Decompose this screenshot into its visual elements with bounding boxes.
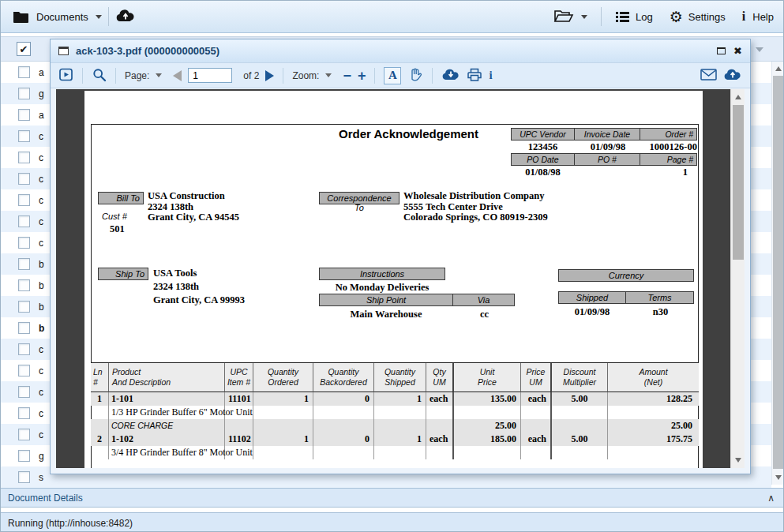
row-checkbox[interactable] <box>18 386 30 398</box>
document-info-button[interactable]: i <box>489 69 492 82</box>
instructions-label: Instructions <box>319 268 445 280</box>
folder-icon <box>12 9 29 24</box>
cust-number-value: 501 <box>110 223 125 235</box>
page-number-input[interactable] <box>188 68 232 83</box>
instructions-value: No Monday Deliveries <box>319 282 445 294</box>
settings-button[interactable]: ⚙ Settings <box>670 9 726 24</box>
row-checkbox[interactable] <box>18 152 30 163</box>
via-label: Via <box>452 294 515 306</box>
window-icon <box>58 47 69 55</box>
row-label: c <box>39 429 43 440</box>
upload-button[interactable] <box>115 9 136 25</box>
window-upload-button[interactable] <box>723 68 742 84</box>
row-checkbox[interactable] <box>18 365 30 377</box>
collapse-chevron-icon[interactable]: ∧ <box>767 493 778 504</box>
row-checkbox[interactable] <box>18 450 30 462</box>
print-button[interactable] <box>467 67 482 84</box>
scroll-down-icon[interactable] <box>775 475 782 480</box>
items-header-cell: Ln# <box>91 363 109 392</box>
row-checkbox[interactable] <box>18 130 30 142</box>
scroll-up-icon[interactable] <box>775 66 782 71</box>
correspondence-address: Wholesale Distribution Company5555 Tech … <box>403 191 548 223</box>
search-icon <box>92 67 107 82</box>
scroll-up-icon[interactable] <box>735 95 741 99</box>
row-checkbox[interactable] <box>18 215 30 227</box>
email-button[interactable] <box>700 69 717 83</box>
row-checkbox[interactable] <box>18 322 30 334</box>
items-description-row: 1/3 HP Grinder Buffer 6" Motor Unit <box>91 406 699 419</box>
open-document-chevron-icon[interactable] <box>581 15 587 19</box>
search-button[interactable] <box>92 67 107 84</box>
help-button[interactable]: i Help <box>742 9 774 24</box>
items-row: 21-10211102101each185.00each5.00175.75 <box>91 433 699 446</box>
row-label: b <box>39 280 44 291</box>
zoom-out-button[interactable]: − <box>343 69 351 83</box>
documents-menu[interactable]: Documents <box>12 9 102 24</box>
row-checkbox[interactable] <box>18 407 30 419</box>
row-checkbox[interactable] <box>18 66 30 78</box>
select-all-checkbox[interactable]: ✔ <box>17 42 31 56</box>
printer-icon <box>467 67 482 82</box>
next-page-button[interactable] <box>265 70 274 81</box>
row-checkbox[interactable] <box>18 471 30 483</box>
currency-label: Currency <box>558 269 694 282</box>
row-label: c <box>39 408 43 419</box>
document-details-bar[interactable]: Document Details ∧ <box>1 488 784 508</box>
envelope-icon <box>700 69 717 81</box>
row-checkbox[interactable] <box>18 237 30 249</box>
row-checkbox[interactable] <box>18 343 30 355</box>
info-header-cell: Order # <box>640 128 697 140</box>
zoom-in-button[interactable]: + <box>358 69 366 83</box>
window-titlebar[interactable]: ack-103-3.pdf (000000000055) ✖ <box>51 39 750 63</box>
zoom-dropdown-icon[interactable] <box>325 73 332 77</box>
toolbar-divider <box>283 68 283 84</box>
info-header-cell: PO # <box>574 153 640 166</box>
row-checkbox[interactable] <box>18 173 30 185</box>
info-header-cell: Invoice Date <box>574 128 640 140</box>
row-checkbox[interactable] <box>18 194 30 206</box>
window-title: ack-103-3.pdf (000000000055) <box>76 45 219 57</box>
row-label: a <box>39 67 44 78</box>
items-description-row: 3/4 HP Grinder Buffer 8" Motor Unit <box>91 446 699 459</box>
row-checkbox[interactable] <box>18 88 30 99</box>
row-checkbox[interactable] <box>18 429 30 440</box>
row-checkbox[interactable] <box>18 301 30 313</box>
page-scrollbar-thumb[interactable] <box>773 76 784 469</box>
items-row: 11-10111101101each135.00each5.00128.25 <box>91 392 699 406</box>
scroll-down-icon[interactable] <box>735 458 741 463</box>
pdf-toolbar: Page: of 2 Zoom: − + A i <box>51 63 750 88</box>
items-header-cell: QtyUM <box>426 363 454 392</box>
page-dropdown-icon[interactable] <box>156 73 162 77</box>
open-document-button[interactable] <box>553 8 574 25</box>
toolbar-divider <box>601 7 602 26</box>
row-label: c <box>39 131 43 142</box>
pan-button[interactable] <box>407 66 423 84</box>
document-title: Order Acknowledgement <box>339 127 478 140</box>
row-checkbox[interactable] <box>18 279 30 291</box>
items-row: CORE CHARGE25.0025.00 <box>91 419 699 433</box>
chevron-down-icon <box>96 15 102 19</box>
pdf-scrollbar-thumb[interactable] <box>733 105 744 260</box>
pdf-page: Order Acknowledgement UPC Vendor Invoice… <box>84 91 703 468</box>
top-toolbar: Documents Log ⚙ Settings i Help <box>1 1 784 33</box>
cust-number-label: Cust # <box>102 212 127 221</box>
previous-page-button[interactable] <box>173 70 182 81</box>
row-checkbox[interactable] <box>18 258 30 270</box>
row-label: g <box>39 88 44 99</box>
log-button[interactable]: Log <box>615 10 653 24</box>
bill-to-label: Bill To <box>98 192 144 204</box>
close-icon[interactable]: ✖ <box>733 46 742 56</box>
download-button[interactable] <box>441 68 460 84</box>
maximize-button[interactable] <box>717 47 726 54</box>
list-header-dropdown[interactable] <box>749 39 770 60</box>
via-value: cc <box>453 309 516 320</box>
ship-point-value: Main Warehouse <box>319 309 453 320</box>
cloud-download-icon <box>441 68 460 81</box>
row-label: a <box>39 110 44 121</box>
items-header-cell: UnitPrice <box>454 363 521 392</box>
row-checkbox[interactable] <box>18 109 30 121</box>
thumbnail-panel-button[interactable] <box>58 67 73 84</box>
items-header-cell: QuantityShipped <box>374 363 426 392</box>
viewer-window: ack-103-3.pdf (000000000055) ✖ Page: of … <box>50 39 751 474</box>
text-select-button[interactable]: A <box>384 67 401 84</box>
